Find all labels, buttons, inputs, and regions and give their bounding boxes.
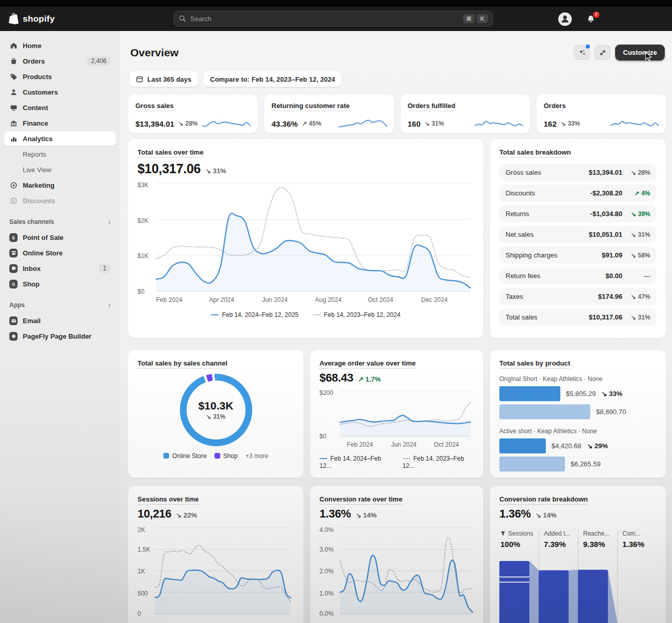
more-channels-label[interactable]: +3 more bbox=[246, 452, 268, 460]
legend-current: Feb 14, 2024–Feb 12, 2025 bbox=[211, 311, 298, 318]
bar-value: $4,420.68 bbox=[552, 442, 582, 450]
section-title: Sales channels bbox=[9, 218, 54, 225]
sales-by-channel-card: Total sales by sales channel $10.3K ↘ 31… bbox=[128, 350, 303, 478]
card-title[interactable]: Sessions over time bbox=[138, 495, 199, 505]
sparkline-chart bbox=[339, 116, 387, 131]
bar-chart-icon bbox=[9, 135, 18, 143]
page-title: Overview bbox=[130, 47, 178, 59]
breakdown-row-gross-sales: Gross sales$13,394.01↘ 28% bbox=[499, 164, 656, 181]
metric-card-orders[interactable]: Orders 162 ↘ 33% bbox=[537, 95, 666, 133]
store-avatar[interactable] bbox=[558, 12, 572, 26]
metric-title[interactable]: Returning customer rate bbox=[271, 102, 349, 111]
conversion-value: 1.36% bbox=[319, 507, 351, 521]
donut-center: $10.3K ↘ 31% bbox=[187, 381, 246, 439]
sessions-value: 10,216 bbox=[138, 507, 172, 521]
sidebar-item-finance[interactable]: Finance bbox=[4, 116, 116, 130]
apps-section-header[interactable]: Apps › bbox=[4, 300, 116, 309]
sidebar-item-discounts[interactable]: Discounts bbox=[4, 193, 116, 208]
content-icon bbox=[9, 104, 18, 112]
sidebar-item-label: Finance bbox=[23, 119, 48, 127]
metric-delta: ↘ 31% bbox=[425, 120, 444, 127]
bar-value: $6,265.59 bbox=[571, 460, 601, 468]
sidebar-item-marketing[interactable]: Marketing bbox=[4, 178, 116, 192]
legend-shop: Shop bbox=[215, 452, 238, 460]
channel-legend: Online Store Shop +3 more bbox=[138, 452, 294, 460]
date-range-label: Last 365 days bbox=[147, 75, 191, 83]
sidebar-item-shop[interactable]: S Shop bbox=[4, 277, 116, 291]
bar-value: $8,690.70 bbox=[596, 408, 626, 416]
funnel-bar-added bbox=[539, 570, 569, 623]
aov-line-chart bbox=[340, 390, 470, 437]
total-sales-line-chart bbox=[156, 183, 470, 292]
notifications-bell-icon[interactable]: 7 bbox=[586, 14, 595, 24]
sidebar-item-label: Reports bbox=[23, 150, 47, 158]
card-title[interactable]: Total sales over time bbox=[138, 148, 204, 158]
sidebar-item-label: Marketing bbox=[23, 181, 54, 189]
y-axis-labels: 4.0% 3.0% 2.0% 1.0% 0.0% bbox=[319, 527, 340, 615]
metric-card-gross-sales[interactable]: Gross sales $13,394.01 ↘ 28% bbox=[128, 95, 257, 133]
funnel-icon bbox=[500, 531, 506, 536]
x-axis-labels: Feb 2024Apr 2024Jun 2024Aug 2024Oct 2024… bbox=[156, 296, 474, 303]
sidebar-item-pagefly[interactable]: PageFly Page Builder bbox=[4, 329, 116, 343]
breakdown-row-discounts: Discounts-$2,308.20↗ 4% bbox=[499, 185, 656, 202]
customize-button[interactable]: Customize bbox=[615, 44, 665, 60]
chevron-right-icon: › bbox=[108, 300, 111, 309]
card-title[interactable]: Total sales by product bbox=[499, 359, 570, 369]
card-title[interactable]: Total sales breakdown bbox=[499, 148, 571, 158]
sidebar-item-label: Online Store bbox=[23, 249, 63, 257]
calendar-icon bbox=[136, 75, 143, 83]
conversion-line-chart bbox=[340, 527, 472, 615]
tag-icon bbox=[9, 73, 18, 81]
funnel-step-reached-checkout: Reache... 9.38% bbox=[578, 528, 617, 554]
compare-filter[interactable]: Compare to: Feb 14, 2023–Feb 12, 2024 bbox=[203, 71, 342, 87]
breakdown-row-return-fees: Return fees$0.00— bbox=[499, 267, 656, 284]
total-sales-delta: ↘ 31% bbox=[205, 167, 226, 175]
sidebar-item-products[interactable]: Products bbox=[4, 69, 116, 84]
sidebar-item-orders[interactable]: Orders 2,406 bbox=[4, 54, 116, 68]
sidebar-item-customers[interactable]: Customers bbox=[4, 85, 116, 99]
metric-title[interactable]: Orders bbox=[544, 102, 566, 111]
sidebar-item-analytics[interactable]: Analytics bbox=[4, 131, 116, 146]
sidebar-item-online-store[interactable]: Online Store bbox=[4, 246, 116, 260]
sales-channels-section-header[interactable]: Sales channels › bbox=[4, 217, 116, 226]
expand-button[interactable] bbox=[594, 45, 610, 60]
card-title[interactable]: Conversion rate breakdown bbox=[499, 495, 588, 505]
metric-card-orders-fulfilled[interactable]: Orders fulfilled 160 ↘ 31% bbox=[401, 95, 530, 133]
card-title[interactable]: Conversion rate over time bbox=[319, 495, 402, 505]
sessions-delta: ↘ 22% bbox=[176, 511, 197, 519]
legend-previous: Feb 14, 2023–Feb 12, 2024 bbox=[313, 311, 401, 318]
breakdown-row-shipping: Shipping charges$91.09↘ 58% bbox=[499, 247, 656, 264]
sidebar-item-live-view[interactable]: Live View bbox=[4, 162, 116, 177]
search-input[interactable]: Search ⌘ K bbox=[174, 11, 493, 26]
target-icon bbox=[9, 181, 18, 189]
funnel-bar-sessions bbox=[499, 561, 529, 623]
assistant-button[interactable] bbox=[574, 45, 590, 60]
metric-card-returning-rate[interactable]: Returning customer rate 43.36% ↗ 45% bbox=[264, 95, 393, 133]
sidebar-item-content[interactable]: Content bbox=[4, 100, 116, 115]
shopify-admin-page: shopify Search ⌘ K 7 Home bbox=[0, 0, 672, 623]
conversion-rate-breakdown-card: Conversion rate breakdown 1.36% ↘ 14% Se… bbox=[490, 486, 666, 623]
donut-delta: ↘ 31% bbox=[206, 413, 225, 420]
sidebar-item-point-of-sale[interactable]: $ Point of Sale bbox=[4, 230, 116, 245]
metric-title[interactable]: Orders fulfilled bbox=[408, 102, 455, 111]
topbar: shopify Search ⌘ K 7 bbox=[0, 7, 672, 31]
shopify-logo[interactable]: shopify bbox=[8, 13, 55, 25]
sidebar-item-label: Point of Sale bbox=[23, 234, 64, 241]
section-title: Apps bbox=[9, 301, 25, 309]
total-sales-breakdown-card: Total sales breakdown Gross sales$13,394… bbox=[490, 139, 666, 338]
sidebar-item-reports[interactable]: Reports bbox=[4, 147, 116, 161]
metric-title[interactable]: Gross sales bbox=[135, 102, 174, 111]
sidebar-item-inbox[interactable]: Inbox 1 bbox=[4, 261, 116, 276]
x-axis-labels: Feb 2024 Jun 2024 Oct 2024 bbox=[340, 441, 474, 449]
funnel-bars bbox=[499, 556, 656, 623]
legend-online-store: Online Store bbox=[163, 452, 207, 460]
sidebar-item-email[interactable]: Email bbox=[4, 313, 116, 328]
funnel-connector bbox=[608, 556, 623, 623]
card-title[interactable]: Total sales by sales channel bbox=[138, 359, 227, 369]
sparkline-chart bbox=[611, 116, 659, 131]
chart-legend: Feb 14, 2024–Feb 12, 2025 Feb 14, 2023–F… bbox=[138, 311, 474, 318]
date-range-filter[interactable]: Last 365 days bbox=[129, 71, 198, 87]
card-title[interactable]: Average order value over time bbox=[319, 359, 416, 369]
sparkline-chart bbox=[475, 116, 523, 131]
sidebar-item-home[interactable]: Home bbox=[4, 38, 116, 53]
